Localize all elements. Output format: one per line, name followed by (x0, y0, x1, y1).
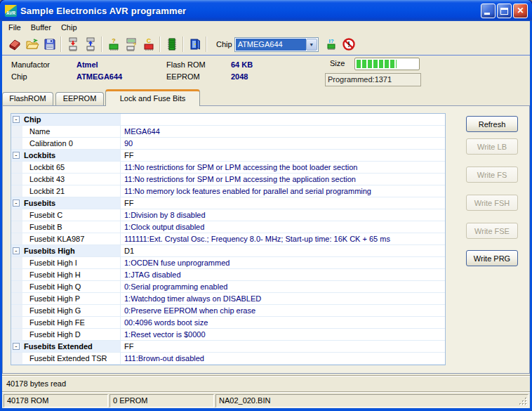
row-value: 111:Brown-out disabled (121, 353, 445, 364)
row-gutter (11, 353, 22, 364)
toolbar-separator (182, 37, 184, 52)
erase-chip-button[interactable]: C (140, 36, 157, 53)
table-row[interactable]: Fusebit High I1:OCDEN fuse unprogrammed (11, 257, 445, 269)
row-name: Lockbit 21 (22, 185, 121, 197)
row-gutter: - (11, 114, 22, 125)
table-row[interactable]: Fusebit KLA987111111:Ext. Crystal Osc.; … (11, 233, 445, 245)
minimize-button[interactable] (481, 4, 496, 18)
cancel-icon: ! (342, 37, 356, 51)
app-window: AVR Sample Electronics AVR programmer ✕ … (0, 0, 532, 411)
row-name: Fusebits (22, 197, 121, 209)
table-group-row[interactable]: -Fusebits ExtendedFF (11, 341, 445, 353)
row-gutter (11, 209, 22, 221)
flash-rom-label: Flash ROM (166, 60, 206, 69)
eeprom-label: EEPROM (166, 72, 200, 81)
manufactor-value: Atmel (77, 60, 98, 69)
toolbar-separator (206, 37, 207, 52)
row-gutter (11, 162, 22, 173)
table-row[interactable]: Lockbit 4311:No restrictions for SPM or … (11, 174, 445, 185)
tab-page: -Chip NameMEGA644 Calibration 090 -Lockb… (2, 105, 530, 374)
table-group-row[interactable]: -Chip (11, 114, 445, 126)
row-name: Calibration 0 (22, 138, 121, 149)
row-gutter (11, 126, 22, 137)
app-icon: AVR (5, 5, 17, 17)
cancel-button[interactable]: ! (340, 36, 358, 53)
row-value: 90 (121, 138, 445, 149)
read-chip-button[interactable] (81, 36, 99, 53)
save-file-button[interactable] (41, 36, 58, 53)
row-name: Fusebit High FE (22, 317, 121, 328)
tab-eeprom[interactable]: EEPROM (55, 92, 104, 105)
collapse-icon[interactable]: - (13, 116, 20, 123)
table-row[interactable]: Lockbit 6511:No restrictions for SPM or … (11, 162, 445, 174)
collapse-icon[interactable]: - (13, 247, 20, 254)
table-row[interactable]: Fusebit Extended TSR111:Brown-out disabl… (11, 353, 445, 365)
write-lb-button: Write LB (466, 138, 518, 155)
row-value: 0:Preserve EEPROM when chip erase (121, 305, 445, 316)
chip-selector-label: Chip (216, 40, 232, 48)
tab-lock-and-fuse-bits[interactable]: Lock and Fuse Bits (105, 89, 200, 106)
maximize-button[interactable] (497, 4, 512, 18)
row-name: Fusebit Extended TSR (22, 353, 121, 364)
row-gutter (11, 269, 22, 280)
menu-buffer[interactable]: Buffer (26, 22, 56, 33)
table-row[interactable]: Fusebit High H1:JTAG disabled (11, 269, 445, 281)
row-value: 1:OCDEN fuse unprogrammed (121, 257, 445, 268)
table-row[interactable]: Fusebit High Q0:Serial programming enabl… (11, 281, 445, 293)
manufactor-label: Manufactor (11, 60, 50, 69)
chip-value: ATMEGA644 (77, 72, 122, 81)
open-file-button[interactable] (23, 36, 41, 53)
table-group-row[interactable]: -FusebitsFF (11, 197, 445, 209)
tab-flashrom[interactable]: FlashROM (2, 92, 53, 105)
row-name: Fusebit High Q (22, 281, 121, 292)
row-value: 11:No restrictions for SPM or LPM access… (121, 174, 445, 185)
table-row[interactable]: Fusebit High G0:Preserve EEPROM when chi… (11, 305, 445, 317)
read-signature-button[interactable]: ? (122, 36, 140, 53)
row-value: 111111:Ext. Crystal Osc.; Frequency 8.0-… (121, 233, 445, 244)
table-row[interactable]: NameMEGA644 (11, 126, 445, 138)
row-name: Fusebit High G (22, 305, 121, 316)
row-value: FF (121, 341, 445, 352)
close-button[interactable]: ✕ (513, 4, 528, 18)
row-value (121, 114, 445, 125)
table-row[interactable]: Fusebit B1:Clock output disabled (11, 221, 445, 233)
resize-grip-icon[interactable] (519, 398, 528, 406)
menu-bar: File Buffer Chip (2, 21, 530, 34)
write-prg-button[interactable]: Write PRG (466, 250, 518, 266)
svg-text:C: C (146, 37, 151, 44)
svg-text:!: ! (347, 41, 350, 48)
exit-button[interactable] (186, 36, 204, 53)
row-gutter (11, 293, 22, 304)
menu-chip[interactable]: Chip (56, 22, 82, 33)
maximize-icon (500, 8, 508, 15)
row-name: Fusebit KLA987 (22, 233, 121, 244)
table-row[interactable]: Fusebit High D1:Reset vector is $0000 (11, 329, 445, 341)
table-row[interactable]: Fusebit High P1:Watchdog timer always on… (11, 293, 445, 305)
refresh-button[interactable]: Refresh (466, 116, 518, 132)
ic-chip-icon (165, 37, 179, 51)
menu-file[interactable]: File (4, 22, 26, 33)
chip-info-button[interactable] (163, 36, 180, 53)
svg-text:I?: I? (329, 38, 334, 44)
erase-buffer-button[interactable] (6, 36, 23, 53)
row-gutter (11, 257, 22, 268)
close-icon: ✕ (517, 6, 524, 15)
table-row[interactable]: Lockbit 2111:No memory lock features ena… (11, 185, 445, 197)
chip-selector[interactable]: ATMEGA644 ▼ (234, 37, 319, 52)
chip-write-arrow-icon (66, 37, 80, 51)
toolbar: ? ? C (2, 34, 530, 55)
toolbar-separator (159, 37, 161, 52)
collapse-icon[interactable]: - (13, 152, 20, 159)
table-row[interactable]: Fusebit High FE00:4096 words boot size (11, 317, 445, 329)
row-name: Fusebits Extended (22, 341, 121, 352)
table-group-row[interactable]: -Fusebits HighD1 (11, 245, 445, 257)
collapse-icon[interactable]: - (13, 343, 20, 350)
verify-chip-button[interactable]: ? (105, 36, 122, 53)
table-group-row[interactable]: -LockbitsFF (11, 150, 445, 162)
chip-selector-dropdown-button[interactable]: ▼ (306, 39, 317, 51)
table-row[interactable]: Fusebit C1:Division by 8 disabled (11, 209, 445, 221)
write-chip-button[interactable] (64, 36, 81, 53)
test-chip-button[interactable]: I? (323, 36, 340, 53)
collapse-icon[interactable]: - (13, 200, 20, 207)
table-row[interactable]: Calibration 090 (11, 138, 445, 150)
